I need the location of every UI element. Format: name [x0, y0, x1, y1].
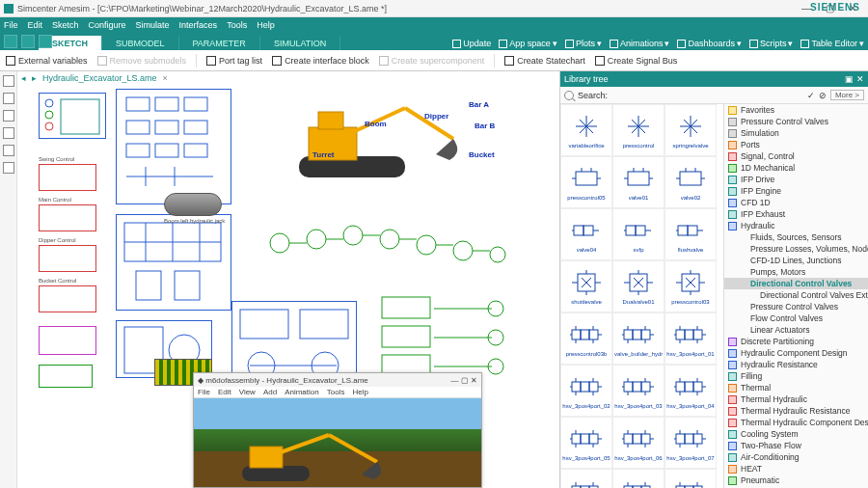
ribbon-create-statechart[interactable]: Create Statechart — [504, 56, 585, 66]
tree-node[interactable]: HEAT — [724, 463, 868, 474]
menu-configure[interactable]: Configure — [89, 20, 126, 30]
tree-node[interactable]: Flow Control Valves — [724, 312, 868, 324]
tree-node[interactable]: 1D Mechanical — [724, 162, 868, 174]
excavator-illustration[interactable]: Boom Turret Dipper Bar A Bar B Bucket — [280, 89, 502, 195]
ribbon-create-signal-bus[interactable]: Create Signal Bus — [595, 56, 678, 66]
tree-node[interactable]: Hydraulic Component Design — [724, 347, 868, 359]
tab-submodel[interactable]: SUBMODEL — [102, 36, 179, 50]
ribbon-port-tag-list[interactable]: Port tag list — [206, 56, 262, 66]
tree-node[interactable]: CFD 1D — [724, 197, 868, 208]
valve-manifold-1[interactable] — [116, 89, 231, 204]
nav-back-icon[interactable]: ◂ — [21, 73, 26, 83]
search-input[interactable] — [611, 91, 803, 100]
tree-node[interactable]: IFP Engine — [724, 185, 868, 197]
multibody-chain[interactable] — [260, 204, 511, 272]
symbol-valve_builder_hydr[interactable]: valve_builder_hydr — [612, 312, 665, 365]
btn-appspace[interactable]: App space▾ — [499, 39, 557, 48]
ribbon-external-variables[interactable]: External variables — [6, 56, 88, 66]
viewer-3d-close[interactable]: ✕ — [471, 376, 477, 385]
tree-node[interactable]: Hydraulic — [724, 220, 868, 231]
ribbon-create-interface-block[interactable]: Create interface block — [272, 56, 369, 66]
symbol-hsv_3pos4port_04[interactable]: hsv_3pos4port_04 — [665, 365, 717, 417]
tree-node[interactable]: Two-Phase Flow — [724, 440, 868, 451]
nav-fwd-icon[interactable]: ▸ — [32, 73, 37, 83]
viewer-menu-add[interactable]: Add — [263, 388, 277, 396]
tree-node[interactable]: Pumps, Motors — [724, 266, 868, 278]
diagram-canvas[interactable]: Swing Control Main Control Dipper Contro… — [39, 89, 556, 372]
symbol-svfp[interactable]: svfp — [612, 208, 665, 260]
btn-scripts[interactable]: Scripts▾ — [749, 39, 794, 48]
symbol-valve04[interactable]: valve04 — [560, 208, 612, 260]
ground-block[interactable] — [39, 365, 93, 388]
tree-node[interactable]: Signal, Control — [724, 150, 868, 162]
tree-node[interactable]: Hydraulic Resistance — [724, 359, 868, 370]
bucket-control-block[interactable] — [39, 285, 96, 312]
btn-table-editor[interactable]: Table Editor▾ — [800, 39, 864, 48]
tree-node[interactable]: Pneumatic — [724, 474, 868, 486]
search-accept-icon[interactable]: ✓ — [807, 91, 815, 100]
menu-interfaces[interactable]: Interfaces — [179, 20, 218, 30]
symbol-grid[interactable]: variableorificepresscontrolspringrelvalv… — [560, 104, 724, 488]
symbol-hsv_3pos4port_03[interactable]: hsv_3pos4port_03 — [612, 365, 665, 417]
menu-tools[interactable]: Tools — [227, 20, 247, 30]
legend-block[interactable] — [39, 93, 106, 139]
menu-simulate[interactable]: Simulate — [136, 20, 170, 30]
symbol-Dualvalve01[interactable]: Dualvalve01 — [612, 260, 665, 312]
viewer-3d-titlebar[interactable]: ◆ m6dofassembly - Hydraulic_Excavator_LS… — [194, 373, 481, 387]
symbol-flushvalve[interactable]: flushvalve — [665, 208, 717, 260]
viewer-menu-file[interactable]: File — [198, 388, 210, 396]
tree-node[interactable]: Thermal Hydraulic Resistance — [724, 405, 868, 417]
viewer-3d-max[interactable]: ▢ — [461, 376, 469, 385]
btn-plots[interactable]: Plots▾ — [565, 39, 602, 48]
symbol-variableorifice[interactable]: variableorifice — [560, 104, 612, 156]
tool-arrow[interactable] — [3, 93, 14, 104]
tab-parameter[interactable]: PARAMETER — [179, 36, 260, 50]
tree-node[interactable]: CFD-1D Lines, Junctions — [724, 255, 868, 266]
qat-button[interactable] — [39, 35, 52, 48]
tree-node[interactable]: Thermal Hydraulic Component Design — [724, 417, 868, 428]
library-header[interactable]: Library tree ▣ ✕ — [560, 71, 868, 87]
search-clear-icon[interactable]: ⊘ — [819, 91, 827, 100]
menu-edit[interactable]: Edit — [28, 20, 43, 30]
symbol-presscontrol03[interactable]: presscontrol03 — [665, 260, 717, 312]
tree-node[interactable]: Linear Actuators — [724, 324, 868, 336]
tree-node[interactable]: Cooling System — [724, 428, 868, 440]
boom-cylinder-image[interactable] — [164, 193, 222, 216]
tree-node[interactable]: Pressure Control Valves — [724, 116, 868, 127]
symbol-hsv_3pos4port_01[interactable]: hsv_3pos4port_01 — [665, 312, 717, 365]
library-undock-icon[interactable]: ▣ — [845, 74, 854, 84]
menu-help[interactable]: Help — [257, 20, 275, 30]
tool-image[interactable] — [3, 162, 14, 174]
viewer-menu-edit[interactable]: Edit — [218, 388, 231, 396]
viewer-3d-min[interactable]: — — [451, 376, 459, 385]
tool-rect[interactable] — [3, 127, 14, 139]
tool-text[interactable] — [3, 75, 14, 87]
symbol-presscontrol03b[interactable]: presscontrol03b — [560, 312, 612, 365]
dipper-control-block[interactable] — [39, 245, 96, 272]
valve-manifold-2[interactable] — [116, 214, 231, 311]
menu-sketch[interactable]: Sketch — [52, 20, 79, 30]
btn-update[interactable]: Update — [452, 39, 491, 48]
tool-ellipse[interactable] — [3, 145, 14, 156]
library-close-icon[interactable]: ✕ — [856, 74, 864, 84]
symbol-springrelvalve[interactable]: springrelvalve — [665, 104, 717, 156]
sensor-block[interactable] — [39, 326, 96, 355]
symbol-hsv_3pos4port_09[interactable]: hsv_3pos4port_09 — [612, 469, 665, 488]
tree-node[interactable]: Directional Control Valves Extended — [724, 289, 868, 301]
symbol-hsv_3pos4port_02[interactable]: hsv_3pos4port_02 — [560, 365, 612, 417]
tree-node[interactable]: IFP Drive — [724, 174, 868, 185]
viewer-menu-tools[interactable]: Tools — [327, 388, 345, 396]
symbol-hsv_3pos4port_07[interactable]: hsv_3pos4port_07 — [665, 417, 717, 469]
symbol-hsv_3pos4port_10[interactable]: hsv_3pos4port_10 — [665, 469, 717, 488]
symbol-hsv_3pos4port_08[interactable]: hsv_3pos4port_08 — [560, 469, 612, 488]
tree-node[interactable]: Thermal Hydraulic — [724, 393, 868, 405]
tab-simulation[interactable]: SIMULATION — [260, 36, 340, 50]
tree-node[interactable]: Discrete Partitioning — [724, 336, 868, 347]
swing-control-block[interactable] — [39, 164, 96, 191]
symbol-presscontrol[interactable]: presscontrol — [612, 104, 665, 156]
sketch-tab-close[interactable]: × — [163, 73, 168, 83]
tree-node[interactable]: Directional Control Valves — [724, 278, 868, 289]
tree-node[interactable]: IFP Exhaust — [724, 208, 868, 220]
viewer-menu-view[interactable]: View — [239, 388, 256, 396]
tree-node[interactable]: Favorites — [724, 104, 868, 116]
